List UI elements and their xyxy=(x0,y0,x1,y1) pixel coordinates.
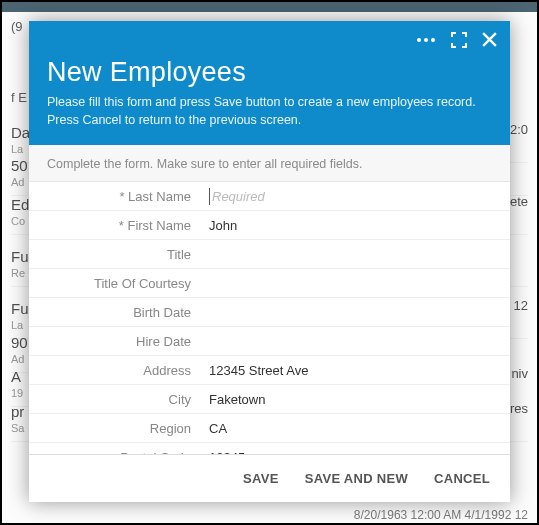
field-row-city: City xyxy=(29,385,510,414)
more-options-button[interactable] xyxy=(415,32,437,48)
label-first-name: * First Name xyxy=(29,218,209,233)
more-horizontal-icon xyxy=(415,32,437,48)
svg-point-0 xyxy=(417,38,421,42)
input-title-of-courtesy[interactable] xyxy=(209,276,498,291)
label-last-name: * Last Name xyxy=(29,189,209,204)
input-region[interactable] xyxy=(209,421,498,436)
label-hire-date: Hire Date xyxy=(29,334,209,349)
field-row-first-name: * First Name xyxy=(29,211,510,240)
field-row-hire-date: Hire Date xyxy=(29,327,510,356)
input-first-name[interactable] xyxy=(209,218,498,233)
modal-footer: SAVE SAVE AND NEW CANCEL xyxy=(29,454,510,502)
label-title-of-courtesy: Title Of Courtesy xyxy=(29,276,209,291)
modal-subtitle: Please fill this form and press Save but… xyxy=(47,94,492,129)
save-button[interactable]: SAVE xyxy=(239,465,283,492)
label-city: City xyxy=(29,392,209,407)
modal-header-controls xyxy=(415,31,498,48)
field-row-address: Address xyxy=(29,356,510,385)
cancel-button[interactable]: CANCEL xyxy=(430,465,494,492)
fullscreen-icon xyxy=(451,32,467,48)
app-frame: (9 f E DaLa 12:0 50Ad EdCo ete FuRe FuLa… xyxy=(0,0,539,525)
modal-header: New Employees Please fill this form and … xyxy=(29,21,510,145)
input-hire-date[interactable] xyxy=(209,334,498,349)
label-birth-date: Birth Date xyxy=(29,305,209,320)
field-row-last-name: * Last Name xyxy=(29,182,510,211)
modal-title: New Employees xyxy=(47,57,492,88)
field-row-title: Title xyxy=(29,240,510,269)
field-row-title-of-courtesy: Title Of Courtesy xyxy=(29,269,510,298)
close-button[interactable] xyxy=(481,31,498,48)
fullscreen-button[interactable] xyxy=(451,32,467,48)
field-row-birth-date: Birth Date xyxy=(29,298,510,327)
modal-body: Complete the form. Make sure to enter al… xyxy=(29,145,510,454)
new-employees-modal: New Employees Please fill this form and … xyxy=(29,21,510,502)
field-row-region: Region xyxy=(29,414,510,443)
label-region: Region xyxy=(29,421,209,436)
save-and-new-button[interactable]: SAVE AND NEW xyxy=(301,465,412,492)
input-title[interactable] xyxy=(209,247,498,262)
close-icon xyxy=(481,31,498,48)
label-address: Address xyxy=(29,363,209,378)
input-birth-date[interactable] xyxy=(209,305,498,320)
form-instruction: Complete the form. Make sure to enter al… xyxy=(29,145,510,182)
label-title: Title xyxy=(29,247,209,262)
svg-point-2 xyxy=(431,38,435,42)
svg-point-1 xyxy=(424,38,428,42)
field-row-postal-code: Postal Code xyxy=(29,443,510,454)
input-address[interactable] xyxy=(209,363,498,378)
input-last-name[interactable] xyxy=(209,188,498,205)
input-city[interactable] xyxy=(209,392,498,407)
